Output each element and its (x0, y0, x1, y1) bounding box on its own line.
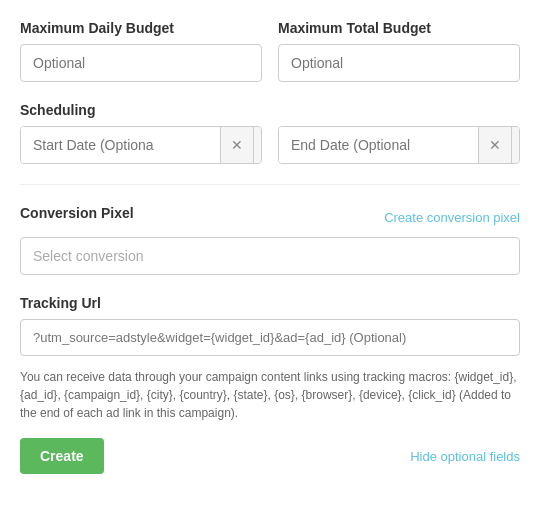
conversion-select[interactable]: Select conversion (20, 237, 520, 275)
start-date-calendar-button[interactable]: 🗓 (253, 127, 262, 163)
create-button[interactable]: Create (20, 438, 104, 474)
conversion-section: Conversion Pixel Create conversion pixel… (20, 205, 520, 275)
clear-icon: ✕ (489, 137, 501, 153)
start-date-input[interactable] (21, 127, 220, 163)
tracking-section: Tracking Url (20, 295, 520, 356)
footer-row: Create Hide optional fields (20, 438, 520, 474)
scheduling-label: Scheduling (20, 102, 520, 118)
start-date-wrapper: ✕ 🗓 (20, 126, 262, 164)
end-date-input[interactable] (279, 127, 478, 163)
scheduling-inputs: ✕ 🗓 ✕ 🗓 (20, 126, 520, 164)
scheduling-section: Scheduling ✕ 🗓 ✕ 🗓 (20, 102, 520, 164)
tracking-url-input[interactable] (20, 319, 520, 356)
clear-icon: ✕ (231, 137, 243, 153)
create-conversion-link[interactable]: Create conversion pixel (384, 210, 520, 225)
conversion-header: Conversion Pixel Create conversion pixel (20, 205, 520, 229)
daily-budget-label: Maximum Daily Budget (20, 20, 262, 36)
divider (20, 184, 520, 185)
total-budget-col: Maximum Total Budget (278, 20, 520, 82)
conversion-label: Conversion Pixel (20, 205, 134, 221)
end-date-wrapper: ✕ 🗓 (278, 126, 520, 164)
tracking-label: Tracking Url (20, 295, 520, 311)
tracking-info-text: You can receive data through your campai… (20, 368, 520, 422)
daily-budget-input[interactable] (20, 44, 262, 82)
total-budget-label: Maximum Total Budget (278, 20, 520, 36)
hide-optional-link[interactable]: Hide optional fields (410, 449, 520, 464)
end-date-calendar-button[interactable]: 🗓 (511, 127, 520, 163)
daily-budget-col: Maximum Daily Budget (20, 20, 262, 82)
total-budget-input[interactable] (278, 44, 520, 82)
start-date-clear-button[interactable]: ✕ (220, 127, 253, 163)
end-date-clear-button[interactable]: ✕ (478, 127, 511, 163)
